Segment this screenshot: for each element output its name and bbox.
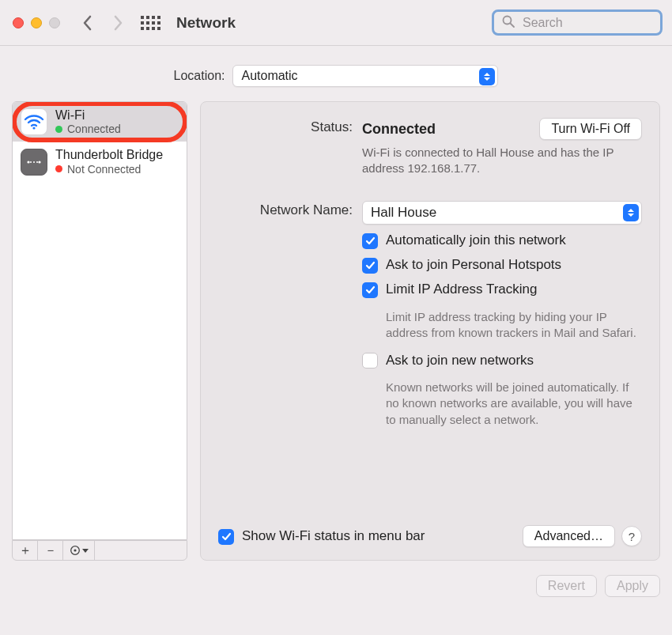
turn-wifi-off-button[interactable]: Turn Wi-Fi Off: [539, 118, 642, 140]
svg-point-13: [32, 127, 35, 130]
apply-button[interactable]: Apply: [605, 575, 660, 597]
advanced-button[interactable]: Advanced…: [523, 525, 615, 547]
sidebar-item-status: Not Connected: [67, 163, 141, 176]
window-title: Network: [176, 14, 236, 32]
window-controls: [13, 17, 60, 28]
close-window-button[interactable]: [13, 17, 24, 28]
sidebar-item-thunderbolt[interactable]: Thunderbolt Bridge Not Connected: [13, 142, 187, 181]
ask-new-description: Known networks will be joined automatica…: [386, 380, 642, 428]
personal-hotspots-checkbox[interactable]: [362, 258, 378, 274]
network-name-label: Network Name:: [218, 201, 353, 428]
detail-panel: Status: Connected Turn Wi-Fi Off Wi-Fi i…: [200, 101, 660, 561]
status-label: Status:: [218, 118, 353, 177]
location-row: Location: Automatic: [0, 46, 672, 101]
ask-new-checkbox-row: Ask to join new networks Known networks …: [362, 352, 642, 428]
interface-list: Wi-Fi Connected Thunderb: [12, 101, 187, 540]
personal-hotspots-checkbox-row: Ask to join Personal Hotspots: [362, 257, 642, 274]
svg-point-14: [27, 161, 29, 163]
status-dot-icon: [55, 126, 62, 133]
sidebar-item-title: Wi-Fi: [55, 108, 121, 123]
ask-new-checkbox[interactable]: [362, 353, 378, 369]
remove-interface-button[interactable]: －: [38, 541, 63, 560]
limit-ip-checkbox-row: Limit IP Address Tracking Limit IP addre…: [362, 282, 642, 342]
search-field[interactable]: [492, 9, 663, 36]
chevron-updown-icon: [623, 204, 639, 221]
sidebar-footer: ＋ －: [12, 540, 187, 561]
location-value: Automatic: [241, 69, 297, 83]
add-interface-button[interactable]: ＋: [13, 541, 38, 560]
svg-point-15: [38, 161, 40, 163]
help-button[interactable]: ?: [621, 526, 642, 546]
toolbar: .grid-icon svg { display:none; } .grid4x…: [0, 0, 672, 46]
limit-ip-description: Limit IP address tracking by hiding your…: [386, 309, 642, 342]
limit-ip-label: Limit IP Address Tracking: [386, 282, 538, 297]
chevron-down-icon: [82, 549, 89, 553]
network-name-value: Hall House: [371, 205, 436, 221]
revert-button[interactable]: Revert: [536, 575, 597, 597]
gear-menu-icon: [70, 545, 81, 556]
chevron-updown-icon: [479, 68, 495, 85]
menubar-status-label: Show Wi-Fi status in menu bar: [242, 528, 425, 544]
auto-join-label: Automatically join this network: [386, 232, 566, 248]
auto-join-checkbox-row: Automatically join this network: [362, 232, 642, 249]
apps-grid-icon: [141, 16, 160, 30]
window-footer: Revert Apply: [0, 561, 672, 597]
network-name-select[interactable]: Hall House: [362, 201, 642, 225]
back-button[interactable]: [82, 15, 93, 31]
personal-hotspots-label: Ask to join Personal Hotspots: [386, 257, 561, 273]
ask-new-label: Ask to join new networks: [386, 353, 534, 369]
forward-button[interactable]: [112, 15, 123, 31]
fullscreen-window-button[interactable]: [49, 17, 60, 28]
search-icon: [502, 15, 515, 30]
auto-join-checkbox[interactable]: [362, 233, 378, 249]
sidebar-item-wifi[interactable]: Wi-Fi Connected: [13, 102, 187, 142]
svg-point-18: [74, 549, 76, 551]
interface-actions-menu[interactable]: [63, 541, 95, 560]
sidebar-item-title: Thunderbolt Bridge: [55, 148, 163, 162]
sidebar-item-status: Connected: [67, 123, 121, 135]
search-input[interactable]: [521, 15, 652, 31]
location-label: Location:: [174, 69, 225, 83]
location-select[interactable]: Automatic: [232, 65, 498, 87]
minimize-window-button[interactable]: [31, 17, 42, 28]
thunderbolt-icon: [21, 149, 47, 176]
status-dot-icon: [55, 165, 62, 172]
status-description: Wi-Fi is connected to Hall House and has…: [362, 145, 642, 177]
menubar-status-checkbox[interactable]: [218, 529, 234, 545]
limit-ip-checkbox[interactable]: [362, 282, 378, 298]
status-value: Connected: [362, 121, 436, 138]
wifi-icon: [21, 108, 47, 135]
svg-line-12: [511, 24, 515, 28]
